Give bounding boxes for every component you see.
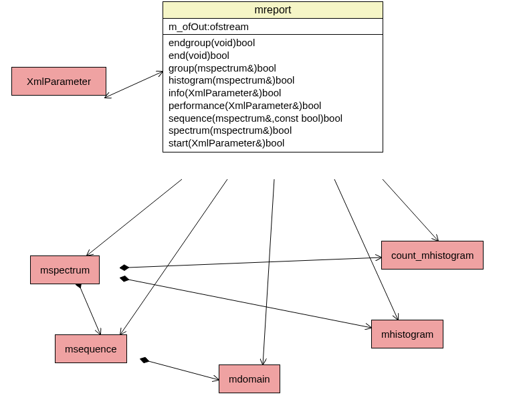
class-title: mreport (163, 2, 383, 19)
svg-line-6 (128, 257, 381, 268)
class-op: group(mspectrum&)bool (169, 62, 377, 75)
node-count-mhistogram: count_mhistogram (381, 241, 484, 270)
class-op: endgroup(void)bool (169, 37, 377, 49)
svg-line-0 (105, 72, 163, 98)
node-mspectrum: mspectrum (30, 255, 100, 284)
class-operations: endgroup(void)bool end(void)bool group(m… (163, 35, 383, 152)
class-op: performance(XmlParameter&)bool (169, 100, 377, 112)
class-op: histogram(mspectrum&)bool (169, 74, 377, 87)
svg-line-8 (80, 288, 100, 334)
svg-line-5 (120, 179, 227, 334)
node-msequence: msequence (55, 334, 127, 363)
svg-line-1 (87, 179, 182, 255)
class-mreport: mreport m_ofOut:ofstream endgroup(void)b… (163, 1, 383, 152)
node-mhistogram: mhistogram (371, 320, 443, 348)
class-attr: m_ofOut:ofstream (169, 21, 377, 32)
class-attributes: m_ofOut:ofstream (163, 19, 383, 35)
svg-line-4 (263, 179, 274, 364)
class-op: end(void)bool (169, 49, 377, 62)
node-xmlparameter: XmlParameter (11, 67, 106, 96)
node-mdomain: mdomain (219, 364, 280, 393)
class-op: sequence(mspectrum&,const bool)bool (169, 112, 377, 125)
class-op: start(XmlParameter&)bool (169, 137, 377, 150)
svg-line-9 (148, 361, 219, 380)
class-op: info(XmlParameter&)bool (169, 87, 377, 100)
svg-line-7 (128, 280, 371, 328)
svg-line-2 (383, 179, 438, 241)
class-op: spectrum(mspectrum&)bool (169, 124, 377, 137)
